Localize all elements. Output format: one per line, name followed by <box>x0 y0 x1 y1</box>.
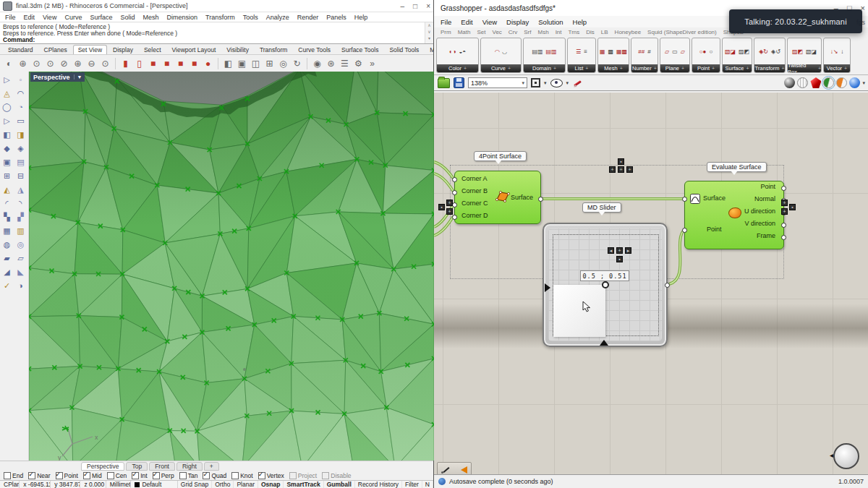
save-file-icon[interactable] <box>454 77 464 88</box>
gate-widget[interactable]: ▪+++ <box>609 158 634 174</box>
zoom-level-dropdown[interactable]: 138%▾ <box>468 77 527 88</box>
surface-tool-icon[interactable]: ◆ <box>0 142 14 155</box>
perspective-viewport[interactable]: xy Perspective▼ <box>29 72 434 461</box>
palette-number[interactable]: ###Number+ <box>631 38 658 73</box>
maximize-button[interactable]: □ <box>413 2 417 10</box>
select-tool-icon[interactable]: ▷ <box>0 73 14 87</box>
sweep-tool-icon[interactable]: ◈ <box>14 142 27 155</box>
sphere-tool-icon[interactable]: ▤ <box>14 155 27 169</box>
expand-icon[interactable]: + <box>654 66 657 71</box>
wireframe-preview-icon[interactable] <box>797 77 808 88</box>
tab-srf[interactable]: Srf <box>524 29 531 35</box>
mesh-tool-icon[interactable]: ▦ <box>0 224 14 238</box>
camera-view-icon[interactable]: ■ <box>161 57 172 70</box>
menu-help[interactable]: Help <box>573 18 587 26</box>
tab-vec[interactable]: Vec <box>492 29 501 35</box>
zoom-in-icon[interactable]: ⊕ <box>72 57 83 70</box>
menu-analyze[interactable]: Analyze <box>266 14 289 21</box>
chevron-down-icon[interactable]: ▾ <box>566 80 569 86</box>
expand-icon[interactable]: + <box>553 66 556 71</box>
palette-vector[interactable]: ↓↘↓Vector+ <box>823 38 851 73</box>
output-port[interactable] <box>781 223 786 228</box>
add-viewport-tab[interactable]: + <box>204 462 219 471</box>
tab-front[interactable]: Front <box>149 462 175 471</box>
toolbar-tab-select[interactable]: Select <box>139 45 166 54</box>
no-preview-icon[interactable] <box>784 77 795 88</box>
trim-tool-icon[interactable]: ◜ <box>0 197 14 210</box>
gumball-toggle[interactable]: Gumball <box>324 481 355 488</box>
circle-tool-icon[interactable]: ◯ <box>0 100 14 114</box>
toolbar-tab-cplanes[interactable]: CPlanes <box>39 45 72 54</box>
gear-icon[interactable]: ⚙ <box>353 57 364 70</box>
smarttrack-toggle[interactable]: SmartTrack <box>284 481 323 488</box>
expand-icon[interactable]: + <box>620 66 623 71</box>
osnap-near[interactable]: Near <box>28 472 50 479</box>
md-slider[interactable] <box>542 223 668 347</box>
output-port[interactable] <box>781 186 786 191</box>
close-button[interactable]: × <box>426 2 430 10</box>
menu-panels[interactable]: Panels <box>326 14 346 21</box>
palette-plane[interactable]: ▱▭▱Plane+ <box>660 38 690 73</box>
shaded-preview-icon[interactable] <box>810 77 821 88</box>
input-port[interactable] <box>682 197 687 202</box>
gumball-tool-icon[interactable]: ▰ <box>0 252 14 265</box>
rotate-tool-icon[interactable]: ◎ <box>14 238 27 252</box>
expand-icon[interactable]: + <box>818 66 821 71</box>
camera-view-icon[interactable]: ■ <box>189 57 200 70</box>
filter-toggle[interactable]: N <box>422 481 433 488</box>
menu-view[interactable]: View <box>482 18 497 26</box>
sketch-pencil-icon[interactable] <box>572 78 582 88</box>
input-port[interactable] <box>452 190 457 195</box>
osnap-tan[interactable]: Tan <box>179 472 198 479</box>
chevron-down-icon[interactable]: ▾ <box>544 80 547 86</box>
chevron-down-icon[interactable]: ▾ <box>862 80 865 86</box>
extrude-tool-icon[interactable]: ⊟ <box>14 169 27 183</box>
osnap-point[interactable]: Point <box>56 472 78 479</box>
cylinder-tool-icon[interactable]: ⊞ <box>0 169 14 183</box>
array-tool-icon[interactable]: ▥ <box>14 224 27 238</box>
md-slider-handle[interactable] <box>602 281 609 288</box>
menu-curve[interactable]: Curve <box>64 14 82 21</box>
palette-color[interactable]: ◐◑◒◓Color+ <box>436 38 479 73</box>
planar-toggle[interactable]: Planar <box>234 481 258 488</box>
megaphone-icon[interactable] <box>457 466 467 474</box>
toolbar-tab-curve-tools[interactable]: Curve Tools <box>293 45 336 54</box>
osnap-disable[interactable]: Disable <box>322 472 351 479</box>
tab-perspective[interactable]: Perspective <box>81 462 124 471</box>
osnap-cen[interactable]: Cen <box>107 472 127 479</box>
analyze-tool-icon[interactable]: ◢ <box>0 265 14 279</box>
open-file-icon[interactable] <box>438 78 450 88</box>
palette-point[interactable]: ○●○Point+ <box>692 38 720 73</box>
viewport-title[interactable]: Perspective▼ <box>30 72 85 82</box>
expand-icon[interactable]: + <box>681 66 684 71</box>
join-tool-icon[interactable]: ▚ <box>0 210 14 224</box>
ortho-toggle[interactable]: Ortho <box>212 481 234 488</box>
menu-display[interactable]: Display <box>506 18 529 26</box>
zoom-icon[interactable]: ⊙ <box>31 57 42 70</box>
command-area[interactable]: Breps to reference ( Mode=Reference ) Br… <box>0 22 433 44</box>
md-slider-region[interactable] <box>553 285 605 337</box>
toolbar-tab-visibility[interactable]: Visibility <box>221 45 254 54</box>
preview-eye-icon[interactable] <box>550 79 563 87</box>
osnap-knot[interactable]: Knot <box>231 472 253 479</box>
walkabout-icon[interactable]: ⊛ <box>326 57 336 70</box>
grid-snap-toggle[interactable]: Grid Snap <box>178 481 212 488</box>
zoom-window-icon[interactable]: ⊙ <box>45 57 56 70</box>
expand-icon[interactable]: + <box>464 66 467 71</box>
view-icon[interactable]: ▯ <box>134 57 145 70</box>
palette-mesh[interactable]: ▦▩▦▩Mesh+ <box>597 38 629 73</box>
expand-icon[interactable]: + <box>844 66 847 71</box>
menu-view[interactable]: View <box>43 14 56 21</box>
osnap-project[interactable]: Project <box>289 472 317 479</box>
camera-view-icon[interactable]: ■ <box>175 57 186 70</box>
lasso-tool-icon[interactable]: ◦ <box>14 73 27 87</box>
view-icon[interactable]: ▮ <box>120 57 131 70</box>
chevron-down-icon[interactable]: ▼ <box>74 74 82 80</box>
menu-file[interactable]: File <box>441 18 451 26</box>
gate-widget[interactable]: ◂+▸▪ <box>608 247 632 264</box>
cplane-field[interactable]: CPlane <box>0 481 20 488</box>
input-port[interactable] <box>452 177 457 182</box>
component-4point-surface[interactable]: Corner A Corner B Corner C Corner D Surf… <box>454 171 541 224</box>
menu-edit[interactable]: Edit <box>24 14 35 21</box>
check-tool-icon[interactable]: ✓ <box>0 279 14 293</box>
